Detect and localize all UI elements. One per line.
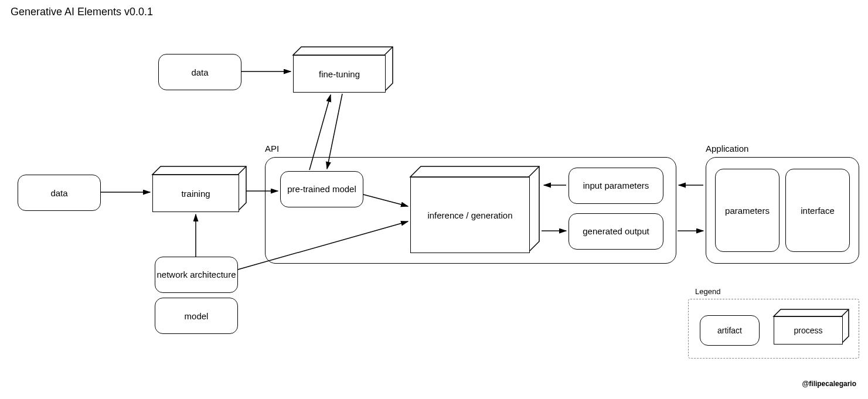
svg-line-15 <box>327 94 342 169</box>
diagram-canvas: Generative AI Elements v0.0.1 data fine-… <box>0 0 868 399</box>
svg-line-14 <box>309 95 331 170</box>
svg-line-13 <box>363 195 408 206</box>
svg-line-12 <box>238 221 408 270</box>
arrows-layer <box>0 0 868 399</box>
